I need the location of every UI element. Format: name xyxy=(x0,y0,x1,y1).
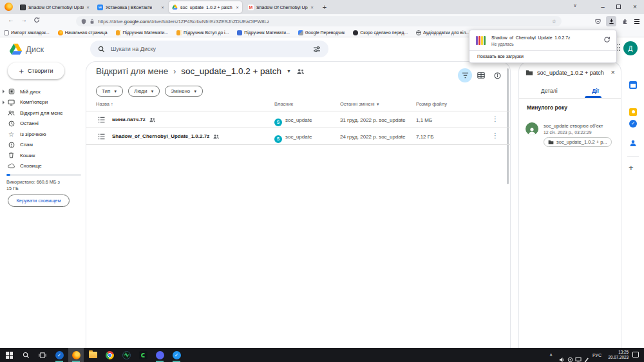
drive-favicon xyxy=(172,5,178,10)
firefox-logo-icon xyxy=(5,3,13,11)
window-maximize-button[interactable] xyxy=(616,5,621,9)
sidebar-item-my-drive[interactable]: Мій диск xyxy=(0,86,86,97)
chevron-down-icon: ▼ xyxy=(193,90,197,93)
bookmark-item[interactable]: Google Переводчик xyxy=(298,30,345,35)
column-header-name[interactable]: Назва ↑ xyxy=(96,101,113,107)
sidebar-item-storage[interactable]: Сховище xyxy=(0,161,86,172)
manage-storage-button[interactable]: Керувати сховищем xyxy=(8,195,70,207)
tab-activity[interactable]: Дії xyxy=(592,88,599,94)
pocket-icon[interactable] xyxy=(592,16,603,26)
retry-download-icon[interactable] xyxy=(603,36,611,43)
tab-details[interactable]: Деталі xyxy=(541,88,558,94)
notification-center-icon[interactable] xyxy=(632,352,639,357)
url-bar[interactable]: https://drive.google.com/drive/folders/1… xyxy=(76,16,562,26)
taskbar-audio-app-icon[interactable] xyxy=(122,350,131,359)
breadcrumb-root[interactable]: Відкриті для мене xyxy=(96,66,168,76)
expander-icon[interactable] xyxy=(3,90,5,93)
bookmark-item[interactable]: Підручник Математи... xyxy=(116,30,168,35)
browser-tab-1[interactable]: Shadow Of Chernobyl Update 1 × xyxy=(17,1,93,13)
task-view-icon[interactable] xyxy=(38,350,47,359)
sidebar-item-trash[interactable]: Кошик xyxy=(0,150,86,161)
taskbar-search-icon[interactable] xyxy=(21,350,30,359)
breadcrumb-current[interactable]: soc_update_1.0.2 + patch xyxy=(181,66,281,76)
row-more-actions-icon[interactable]: ⋮ xyxy=(492,115,498,122)
expander-icon[interactable] xyxy=(3,100,5,104)
downloads-icon[interactable] xyxy=(606,16,616,26)
bookmark-item[interactable]: Підручник Вступ до і... xyxy=(176,30,229,35)
search-options-icon[interactable] xyxy=(313,46,321,53)
contacts-icon[interactable] xyxy=(629,139,637,147)
pen-icon[interactable] xyxy=(583,352,589,362)
window-minimize-button[interactable]: – xyxy=(594,0,612,14)
browser-tab-3-active[interactable]: soc_update_1.0.2 + patch – Go × xyxy=(169,1,242,13)
volume-icon[interactable] xyxy=(559,352,565,362)
column-header-owner[interactable]: Власник xyxy=(274,101,293,107)
bookmark-star-icon[interactable]: ☆ xyxy=(552,19,556,24)
get-add-ons-icon[interactable]: + xyxy=(629,163,634,173)
language-indicator[interactable]: РУС xyxy=(592,348,601,362)
grid-view-button[interactable] xyxy=(474,68,488,82)
activity-folder-chip[interactable]: soc_update_1.0.2 + p... xyxy=(544,137,612,147)
browser-tab-2[interactable]: VK Установка | ВКонтакте × xyxy=(94,1,167,13)
bookmark-item[interactable]: Підручник Математи... xyxy=(237,30,289,35)
filter-chip-type[interactable]: Тип▼ xyxy=(96,86,123,97)
list-tabs-chevron-icon[interactable]: ∨ xyxy=(573,3,577,8)
new-tab-button[interactable]: + xyxy=(319,2,330,12)
sidebar-item-shared-with-me[interactable]: Відкриті для мене xyxy=(0,108,86,119)
taskbar-chrome-icon[interactable] xyxy=(105,350,114,359)
show-all-downloads-link[interactable]: Показать все загрузки xyxy=(477,54,524,59)
row-more-actions-icon[interactable]: ⋮ xyxy=(492,132,498,139)
filter-chip-modified[interactable]: Змінено▼ xyxy=(165,86,203,97)
sidebar-item-starred[interactable]: ☆ Із зірочкою xyxy=(0,129,86,140)
bookmark-item[interactable]: Импорт закладок... xyxy=(4,30,50,35)
tab-close-icon[interactable]: × xyxy=(310,5,314,10)
account-avatar[interactable]: Д xyxy=(623,41,638,55)
taskbar-firefox-icon[interactable] xyxy=(71,350,80,359)
taskbar-crescent-app-icon[interactable] xyxy=(138,350,147,359)
tab-close-icon[interactable]: × xyxy=(86,5,90,10)
keep-icon[interactable] xyxy=(629,108,637,116)
reload-icon[interactable] xyxy=(33,17,40,23)
tasks-icon[interactable]: ✓ xyxy=(629,120,637,128)
forward-icon[interactable]: → xyxy=(21,16,27,23)
tray-app-icon[interactable] xyxy=(567,352,573,362)
file-row-1[interactable]: мини-патч.7z Ssoc_update 31 груд. 2022 р… xyxy=(86,111,510,128)
taskbar-clock[interactable]: 13:25 20.07.2023 xyxy=(603,350,629,360)
taskbar-app-check-icon[interactable]: ✓ xyxy=(55,350,64,359)
browser-tab-4[interactable]: M Shadow Of Chernobyl Update 1 × xyxy=(245,1,317,13)
bookmark-item[interactable]: Начальная страница xyxy=(58,30,108,35)
taskbar-discord-icon[interactable] xyxy=(155,350,164,359)
folder-menu-caret-icon[interactable]: ▼ xyxy=(287,69,291,73)
column-header-size[interactable]: Розмір файлу xyxy=(416,101,447,107)
bookmark-item[interactable]: Аудіододатки для віл... xyxy=(416,30,469,35)
calendar-icon[interactable] xyxy=(629,81,637,89)
tab-close-icon[interactable]: × xyxy=(236,5,239,10)
tray-expand-chevron-icon[interactable]: ∧ xyxy=(549,348,553,362)
start-button[interactable] xyxy=(5,350,14,359)
info-button[interactable] xyxy=(490,68,504,82)
menu-icon[interactable] xyxy=(632,16,642,26)
tab-close-icon[interactable]: × xyxy=(161,5,164,10)
back-icon[interactable]: ← xyxy=(8,16,14,23)
extensions-icon[interactable] xyxy=(620,16,630,26)
sidebar-item-spam[interactable]: Спам xyxy=(0,140,86,151)
sidebar-item-computers[interactable]: Комп'ютери xyxy=(0,97,86,108)
window-close-button[interactable]: × xyxy=(626,0,644,14)
shield-icon[interactable] xyxy=(81,19,86,24)
activity-period-label: Минулого року xyxy=(527,104,567,111)
search-icon[interactable] xyxy=(98,46,105,53)
filter-chip-people[interactable]: Люди▼ xyxy=(128,86,160,97)
taskbar-file-explorer-icon[interactable] xyxy=(88,350,97,359)
create-button[interactable]: + Створити xyxy=(8,62,64,79)
lock-icon[interactable] xyxy=(90,19,95,24)
taskbar-app-check2-icon[interactable]: ✓ xyxy=(172,350,181,359)
bookmark-item[interactable]: Скоро сделано перед... xyxy=(353,30,408,35)
file-row-2[interactable]: Shadow_of_Chernobyl_Update_1.0.2.7z Ssoc… xyxy=(86,128,510,145)
sidebar-item-recent[interactable]: Останні xyxy=(0,119,86,129)
column-header-modified[interactable]: Останні змінені ▼ xyxy=(340,101,380,107)
close-panel-icon[interactable]: × xyxy=(611,68,615,76)
network-icon[interactable] xyxy=(575,352,582,362)
download-filename[interactable]: Shadow_of_Chernobyl_Update_1.0.2.7z xyxy=(491,35,600,40)
filter-toggle-button[interactable] xyxy=(458,68,472,82)
search-input[interactable]: Шукати на Диску xyxy=(90,41,328,57)
